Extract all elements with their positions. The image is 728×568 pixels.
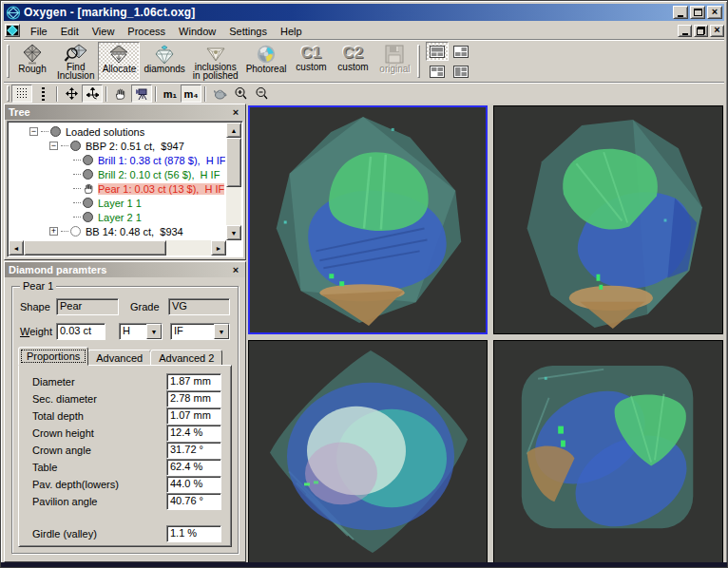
viewport-top-left[interactable] [248,105,488,334]
chevron-down-icon[interactable]: ▼ [146,324,162,339]
grade-field: VG [168,298,230,315]
params-body: Pear 1 Shape Pear Grade VG Weight 0.03 c… [7,278,243,559]
zoom-in-button[interactable] [230,85,251,103]
metric-1-button[interactable]: m₁ [160,85,181,103]
original-button: original [374,42,415,81]
move-button[interactable] [61,85,82,103]
layout-2-button[interactable] [450,42,472,61]
menu-settings[interactable]: Settings [222,24,274,39]
params-panel-caption[interactable]: Diamond paramters × [5,262,245,277]
tree-item-layer21[interactable]: Layer 2 1 [10,210,225,224]
tree-panel-close-icon[interactable]: × [230,106,241,118]
pav-depth-field[interactable]: 44.0 % [166,476,221,493]
hand-button[interactable] [110,85,131,103]
view-toolbar-grip[interactable] [7,85,10,102]
scroll-up-icon[interactable]: ▲ [226,123,241,138]
tree-item-bbp2[interactable]: − BBP 2: 0.51 ct, $947 [10,139,225,153]
layout-4-button[interactable] [450,62,472,81]
toolbar-grip-2[interactable] [417,45,420,77]
c2-icon: C2 [343,44,364,63]
girdle-field[interactable]: 1.1 % [166,525,221,542]
diamonds-button[interactable]: diamonds [140,42,188,81]
main-toolbar: Rough Find Inclusion Allocate diamonds i… [4,41,724,83]
find-inclusion-icon [64,44,88,63]
menu-help[interactable]: Help [274,24,309,39]
crown-height-field[interactable]: 12.4 % [166,425,221,442]
scroll-left-icon[interactable]: ◄ [9,240,24,256]
menu-edit[interactable]: Edit [54,24,86,39]
scroll-right-icon[interactable]: ► [211,240,226,256]
layout-1-button[interactable] [426,42,449,61]
pavilion-angle-field[interactable]: 40.76 ° [166,493,221,510]
viewport-top-right[interactable] [493,105,723,334]
mdi-close-button[interactable]: × [710,25,724,37]
mdi-minimize-icon [682,33,688,35]
menu-window[interactable]: Window [172,24,222,39]
zoom-out-button[interactable] [251,85,272,103]
inclusions-in-polished-button[interactable]: inclusions in polished [189,42,242,81]
allocate-button[interactable]: Allocate [98,42,140,81]
mdi-minimize-button[interactable] [678,25,692,37]
tree-item-layer11[interactable]: Layer 1 1 [10,196,225,210]
rough-button[interactable]: Rough [11,42,53,81]
tree-hscroll-thumb[interactable] [24,240,166,256]
layout-4-icon [453,66,469,78]
tab-advanced2[interactable]: Advanced 2 [150,350,222,366]
viewport-bottom-left[interactable] [248,340,488,565]
mdi-restore-button[interactable] [694,25,708,37]
c1-custom-button[interactable]: C1 custom [290,42,332,81]
tree-vscroll-thumb[interactable] [226,138,241,187]
hand-cursor-icon [83,182,95,195]
camera-button[interactable] [131,85,152,103]
weight-field[interactable]: 0.03 ct [56,323,105,340]
diameter-field[interactable]: 1.87 mm [166,373,221,390]
params-panel-close-icon[interactable]: × [230,264,241,275]
diamond-render-front [250,107,486,332]
clarity-combobox[interactable]: IF ▼ [170,323,230,340]
crown-angle-field[interactable]: 31.72 ° [166,442,221,459]
metric-4-button[interactable]: m₄ [181,85,201,103]
grid-button[interactable] [11,85,32,103]
tab-advanced[interactable]: Advanced [87,350,151,366]
layout-2-icon [453,46,469,58]
close-button[interactable]: × [707,6,722,19]
document-icon[interactable] [5,24,20,37]
title-bar[interactable]: Oxygen - [marking_1.06ct.oxg] × [4,4,724,21]
minimize-button[interactable] [673,6,688,19]
menu-file[interactable]: File [24,24,54,39]
pan-rotate-button[interactable] [82,85,103,103]
tree-item-pear1[interactable]: Pear 1: 0.03 ct (13 $), H IF [10,181,225,196]
tree-item-loaded-solutions[interactable]: − Loaded solutions [10,124,225,139]
vertical-dots-button[interactable] [32,85,53,103]
toolbar-grip[interactable] [7,45,10,77]
sec-diameter-field[interactable]: 2.78 mm [166,390,221,407]
tree-panel-caption[interactable]: Tree × [5,104,245,120]
collapse-icon[interactable]: − [49,142,58,150]
tab-proportions[interactable]: Proportions [18,347,88,366]
tree-item-brill2[interactable]: Brill 2: 0.10 ct (56 $), H IF [10,167,225,181]
photoreal-button[interactable]: Photoreal [242,42,291,81]
teapot-icon [213,87,227,100]
viewport-bottom-right[interactable] [493,340,723,565]
maximize-button[interactable] [690,6,705,19]
tree-item-brill1[interactable]: Brill 1: 0.38 ct (878 $), H IF [10,153,225,167]
color-combobox[interactable]: H ▼ [119,323,163,340]
tree-horizontal-scrollbar[interactable]: ◄ ► [9,240,226,256]
total-depth-field[interactable]: 1.07 mm [166,407,221,425]
tree-vertical-scrollbar[interactable]: ▲ ▼ [226,123,241,240]
diamonds-icon [153,44,176,65]
scroll-down-icon[interactable]: ▼ [226,225,241,240]
menu-process[interactable]: Process [121,24,172,39]
rough-diamond-icon [21,44,44,65]
params-panel-title: Diamond paramters [9,264,230,275]
collapse-icon[interactable]: − [29,127,38,136]
tree-item-bb14[interactable]: + BB 14: 0.48 ct, $934 [10,224,225,238]
table-field[interactable]: 62.4 % [166,459,221,476]
find-inclusion-button[interactable]: Find Inclusion [53,42,98,81]
render-teapot-button[interactable] [209,85,230,103]
c2-custom-button[interactable]: C2 custom [332,42,374,81]
layout-3-button[interactable] [426,62,449,81]
expand-icon[interactable]: + [49,227,58,236]
chevron-down-icon[interactable]: ▼ [214,324,229,339]
menu-view[interactable]: View [86,24,122,39]
